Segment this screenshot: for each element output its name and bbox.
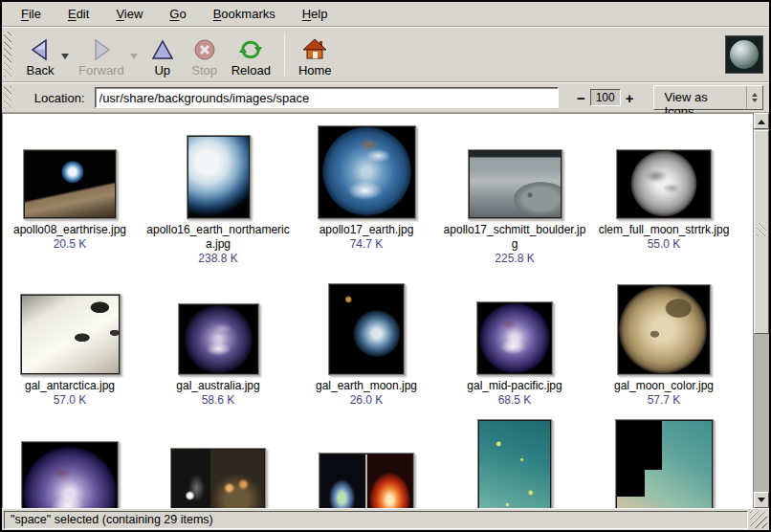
menu-bookmarks[interactable]: Bookmarks bbox=[200, 3, 289, 25]
file-size: 74.7 K bbox=[295, 237, 438, 252]
file-item[interactable]: gal_australia.jpg58.6 K bbox=[146, 303, 290, 408]
file-thumbnail-purple-earth-globe-partial[interactable] bbox=[21, 441, 119, 508]
file-name: apollo08_earthrise.jpg bbox=[2, 223, 142, 237]
file-name: clem_full_moon_strtrk.jpg bbox=[592, 223, 736, 237]
file-thumbnail-stepped-nebula-partial[interactable] bbox=[615, 419, 714, 508]
zoom-out-button[interactable]: − bbox=[572, 90, 590, 106]
toolbar: Back Forward Up bbox=[2, 27, 769, 82]
status-frame: "space" selected (containing 29 items) bbox=[4, 511, 748, 529]
menubar: File Edit View Go Bookmarks Help bbox=[2, 2, 769, 27]
file-thumbnail-earth-crescent[interactable] bbox=[187, 135, 251, 219]
file-size: 238.8 K bbox=[146, 252, 290, 266]
file-item[interactable]: gal_moon_color.jpg57.7 K bbox=[592, 284, 736, 408]
status-text: "space" selected (containing 29 items) bbox=[11, 513, 213, 526]
file-thumbnail-galaxy-pair-partial[interactable] bbox=[170, 448, 266, 508]
file-thumbnail-earth-and-moon[interactable] bbox=[328, 283, 405, 375]
file-name: apollo17_schmitt_boulder.jpg bbox=[443, 223, 586, 252]
file-name: gal_antarctica.jpg bbox=[2, 379, 142, 393]
file-name: apollo17_earth.jpg bbox=[295, 223, 438, 237]
file-thumbnail-antarctica-ice[interactable] bbox=[20, 294, 121, 375]
scroll-down-button[interactable] bbox=[754, 492, 769, 508]
file-name: apollo16_earth_northamerica.jpg bbox=[146, 223, 290, 252]
file-size: 20.5 K bbox=[2, 237, 142, 252]
home-label: Home bbox=[298, 63, 332, 78]
scroll-up-button[interactable] bbox=[754, 113, 769, 129]
file-item[interactable] bbox=[146, 448, 290, 508]
file-name: gal_moon_color.jpg bbox=[592, 379, 736, 393]
file-item[interactable]: apollo17_schmitt_boulder.jpg225.8 K bbox=[443, 149, 586, 266]
menu-file[interactable]: File bbox=[8, 3, 55, 25]
up-button[interactable]: Up bbox=[142, 30, 184, 79]
back-label: Back bbox=[27, 63, 55, 78]
file-name: gal_mid-pacific.jpg bbox=[443, 379, 586, 393]
file-name: gal_earth_moon.jpg bbox=[295, 379, 438, 393]
location-bar: Location: − 100 + View as Icons bbox=[2, 82, 769, 113]
location-label: Location: bbox=[34, 91, 85, 105]
file-thumbnail-astronaut-boulder-moonscape[interactable] bbox=[468, 149, 562, 219]
file-thumbnail-color-moon[interactable] bbox=[617, 284, 711, 375]
resize-grip[interactable] bbox=[750, 511, 767, 528]
menu-view[interactable]: View bbox=[102, 3, 156, 25]
home-icon bbox=[302, 36, 327, 63]
forward-label: Forward bbox=[78, 63, 124, 78]
throbber-orb-icon bbox=[730, 40, 759, 69]
toolbar-drag-handle[interactable] bbox=[4, 32, 11, 78]
menu-edit[interactable]: Edit bbox=[55, 3, 102, 25]
file-thumbnail-purple-earth-globe[interactable] bbox=[476, 301, 553, 375]
home-button[interactable]: Home bbox=[293, 30, 338, 79]
file-size: 58.6 K bbox=[146, 393, 290, 408]
stop-button[interactable]: Stop bbox=[184, 30, 226, 79]
file-manager-window: File Edit View Go Bookmarks Help Back bbox=[0, 0, 771, 532]
back-button[interactable]: Back bbox=[19, 30, 61, 79]
throbber bbox=[725, 35, 763, 74]
dropdown-arrows-icon bbox=[746, 86, 762, 109]
up-label: Up bbox=[154, 63, 170, 78]
file-item[interactable] bbox=[295, 453, 438, 508]
file-item[interactable]: apollo17_earth.jpg74.7 K bbox=[295, 125, 438, 252]
reload-button[interactable]: Reload bbox=[226, 30, 276, 79]
file-item[interactable]: gal_antarctica.jpg57.0 K bbox=[2, 294, 142, 408]
vertical-scrollbar bbox=[753, 113, 769, 508]
file-thumbnail-earthrise-over-moon[interactable] bbox=[23, 149, 117, 219]
file-item[interactable]: clem_full_moon_strtrk.jpg55.0 K bbox=[592, 149, 736, 252]
file-thumbnail-gray-full-moon[interactable] bbox=[616, 149, 712, 219]
back-history-dropdown[interactable] bbox=[61, 54, 69, 63]
file-size: 55.0 K bbox=[592, 237, 736, 252]
stop-label: Stop bbox=[191, 63, 217, 78]
file-size: 225.8 K bbox=[443, 252, 586, 266]
view-mode-label: View as Icons bbox=[654, 86, 745, 109]
file-thumbnail-blue-marble-earth[interactable] bbox=[318, 125, 416, 219]
forward-history-dropdown[interactable] bbox=[130, 54, 138, 63]
up-icon bbox=[150, 36, 175, 63]
menu-help[interactable]: Help bbox=[289, 3, 341, 25]
location-input[interactable] bbox=[95, 87, 559, 108]
file-item[interactable] bbox=[2, 441, 142, 508]
file-item[interactable]: gal_mid-pacific.jpg68.5 K bbox=[443, 301, 586, 408]
view-mode-dropdown[interactable]: View as Icons bbox=[653, 85, 763, 110]
zoom-in-button[interactable]: + bbox=[621, 90, 639, 106]
file-grid[interactable]: apollo08_earthrise.jpg20.5 Kapollo16_ear… bbox=[2, 113, 753, 508]
reload-label: Reload bbox=[231, 63, 271, 78]
reload-icon bbox=[238, 36, 263, 63]
back-icon bbox=[28, 36, 53, 63]
file-size: 26.0 K bbox=[295, 393, 438, 408]
zoom-controls: − 100 + bbox=[572, 89, 639, 106]
file-size: 57.0 K bbox=[2, 393, 142, 408]
file-item[interactable] bbox=[443, 419, 586, 508]
file-thumbnail-teal-nebula-partial[interactable] bbox=[477, 419, 552, 508]
file-item[interactable] bbox=[592, 419, 736, 508]
file-item[interactable]: apollo08_earthrise.jpg20.5 K bbox=[2, 149, 142, 252]
forward-icon bbox=[89, 36, 114, 63]
forward-button[interactable]: Forward bbox=[73, 30, 130, 79]
scrollbar-thumb[interactable] bbox=[754, 130, 769, 334]
file-thumbnail-dark-earth-globe[interactable] bbox=[178, 303, 259, 375]
file-thumbnail-nebula-two-panel-partial[interactable] bbox=[319, 453, 414, 508]
file-size: 57.7 K bbox=[592, 393, 736, 408]
toolbar-separator bbox=[284, 33, 285, 76]
menu-go[interactable]: Go bbox=[156, 3, 199, 25]
stop-icon bbox=[192, 36, 217, 63]
file-item[interactable]: apollo16_earth_northamerica.jpg238.8 K bbox=[146, 135, 290, 266]
zoom-level-indicator[interactable]: 100 bbox=[590, 89, 621, 106]
locationbar-drag-handle[interactable] bbox=[4, 86, 11, 109]
file-item[interactable]: gal_earth_moon.jpg26.0 K bbox=[295, 283, 438, 408]
